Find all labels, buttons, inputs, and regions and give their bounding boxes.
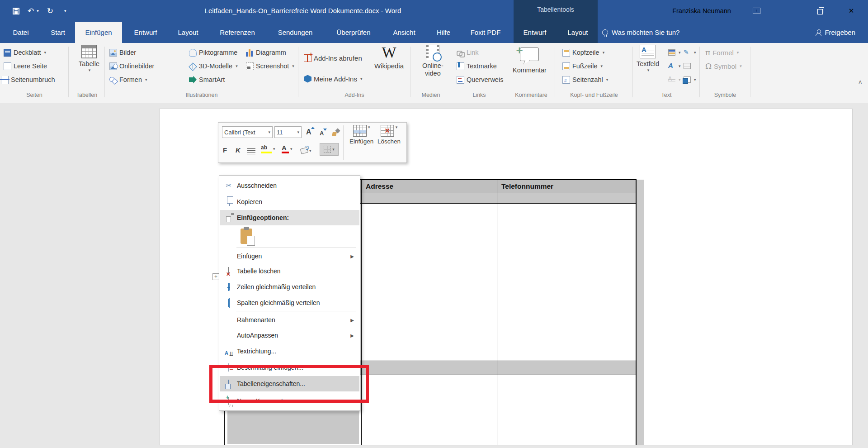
fusszeile-label: Fußzeile — [572, 62, 598, 70]
cover-page-icon — [4, 49, 11, 57]
objekt-button[interactable]: ▾ — [684, 74, 696, 86]
close-button[interactable]: ✕ — [841, 0, 862, 22]
bold-button[interactable]: F — [223, 143, 227, 156]
font-color-button[interactable]: A ▾ — [282, 143, 292, 155]
my-addins-icon — [304, 75, 311, 83]
tab-start[interactable]: Start — [43, 22, 72, 43]
borders-icon — [324, 146, 331, 153]
menu-item-kopieren[interactable]: Kopieren — [220, 194, 359, 210]
format-painter-button[interactable] — [332, 126, 340, 139]
menu-item-einfuegen[interactable]: Einfügen ▶ — [220, 249, 359, 263]
chevron-down-icon: ▾ — [309, 148, 311, 153]
group-links: Link Textmarke Querverweis Links — [451, 43, 507, 103]
modelle-button[interactable]: 3D-Modelle▾ — [189, 60, 238, 72]
user-account[interactable]: Franziska Neumann — [656, 0, 747, 22]
collapse-ribbon-icon[interactable]: ᴧ — [859, 78, 862, 85]
grow-font-button[interactable]: A — [306, 126, 311, 138]
meine-addins-button[interactable]: Meine Add-Ins▾ — [304, 73, 362, 85]
italic-button[interactable]: K — [236, 143, 241, 156]
tabelle-button[interactable]: Tabelle ▾ — [79, 45, 99, 72]
table-move-handle[interactable]: + — [212, 273, 219, 280]
insert-table-button[interactable]: ↓▾ Einfügen — [349, 125, 373, 145]
link-label: Link — [467, 49, 479, 56]
tab-hilfe[interactable]: Hilfe — [431, 22, 456, 43]
seitenumbruch-button[interactable]: Seitenumbruch — [1, 74, 55, 86]
menu-item-paste-option[interactable] — [220, 226, 359, 246]
mini-toolbar: Calibri (Text ▾ 11 ▾ A A F K ab ▾ A ▾ ▾ … — [218, 122, 407, 163]
deckblatt-button[interactable]: Deckblatt▾ — [4, 47, 46, 58]
table-border — [497, 179, 497, 445]
menu-item-tabelle-loeschen[interactable]: Tabelle löschen — [220, 263, 359, 279]
tab-ansicht[interactable]: Ansicht — [388, 22, 420, 43]
tab-referenzen[interactable]: Referenzen — [215, 22, 259, 43]
tell-me-box[interactable]: Was möchten Sie tun? — [602, 22, 679, 43]
undo-dropdown-icon[interactable]: ▾ — [37, 9, 39, 13]
tab-tabletools-entwurf[interactable]: Entwurf — [518, 22, 552, 43]
share-button[interactable]: Freigeben — [816, 22, 855, 43]
datum-uhrzeit-button[interactable] — [684, 60, 691, 72]
formen-button[interactable]: Formen▾ — [109, 74, 147, 86]
initiale-button[interactable]: ▾ — [668, 60, 681, 72]
kopfzeile-button[interactable]: Kopfzeile▾ — [562, 47, 604, 58]
shading-button[interactable]: ▾ — [301, 144, 311, 157]
tab-tabletools-layout[interactable]: Layout — [562, 22, 593, 43]
textmarke-button[interactable]: Textmarke — [457, 60, 497, 72]
save-icon[interactable] — [13, 8, 19, 14]
screenshot-button[interactable]: Screenshot▾ — [246, 60, 294, 72]
leere-seite-button[interactable]: Leere Seite — [4, 60, 47, 72]
seitenzahl-button[interactable]: Seitenzahl▾ — [562, 74, 608, 86]
menu-item-spalten-verteilen[interactable]: Spalten gleichmäßig verteilen — [220, 295, 359, 310]
menu-item-ausschneiden[interactable]: ✂ Ausschneiden — [220, 177, 359, 194]
chevron-down-icon: ▾ — [606, 77, 609, 82]
querverweis-button[interactable]: Querverweis — [457, 74, 503, 86]
wikipedia-button[interactable]: W Wikipedia — [374, 45, 404, 70]
ribbon-display-options-button[interactable] — [746, 0, 767, 22]
restore-button[interactable] — [810, 0, 831, 22]
bilder-button[interactable]: Bilder — [109, 47, 136, 58]
customize-qat-icon[interactable]: ▾ — [64, 9, 66, 13]
tab-datei[interactable]: Datei — [6, 22, 35, 43]
tab-layout[interactable]: Layout — [173, 22, 203, 43]
quickparts-button[interactable]: ▾ — [668, 47, 681, 58]
column-header-telefonnummer[interactable]: Telefonnummer — [501, 182, 553, 191]
tab-entwurf[interactable]: Entwurf — [128, 22, 163, 43]
align-lines-icon — [247, 148, 255, 155]
font-size-select[interactable]: 11 ▾ — [274, 126, 302, 138]
textfeld-button[interactable]: Textfeld ▾ — [637, 45, 659, 72]
smartart-button[interactable]: SmartArt — [189, 74, 225, 86]
menu-item-textrichtung[interactable]: Textrichtung... — [220, 343, 359, 359]
borders-button[interactable]: ▾ — [320, 143, 339, 156]
tab-einfuegen[interactable]: Einfügen — [75, 22, 122, 43]
chevron-down-icon: ▾ — [694, 77, 696, 82]
tab-ueberpruefen[interactable]: Überprüfen — [331, 22, 376, 43]
onlinebilder-button[interactable]: Onlinebilder — [109, 60, 154, 72]
table-border — [361, 179, 362, 445]
wordart-button[interactable]: ▾ — [684, 47, 696, 58]
kommentar-button[interactable]: Kommentar — [513, 45, 547, 74]
bold-label: F — [223, 147, 227, 153]
fusszeile-button[interactable]: Fußzeile▾ — [562, 60, 603, 72]
font-name-select[interactable]: Calibri (Text ▾ — [222, 126, 273, 138]
tab-sendungen[interactable]: Sendungen — [272, 22, 318, 43]
tab-foxit-pdf[interactable]: Foxit PDF — [466, 22, 505, 43]
scissors-icon: ✂ — [224, 181, 234, 190]
column-header-adresse[interactable]: Adresse — [366, 182, 393, 191]
minimize-button[interactable]: — — [778, 0, 799, 22]
undo-icon[interactable]: ↶ — [28, 6, 34, 16]
alignment-button[interactable] — [247, 145, 255, 158]
menu-item-autoanpassen[interactable]: AutoAnpassen ▶ — [220, 328, 359, 343]
restore-icon — [817, 9, 823, 14]
diagramm-button[interactable]: Diagramm — [246, 47, 286, 58]
addins-abrufen-button[interactable]: Add-Ins abrufen — [304, 52, 362, 64]
delete-table-button[interactable]: ✕▾ Löschen — [377, 125, 401, 145]
redo-icon[interactable]: ↻ — [47, 6, 53, 16]
chevron-down-icon: ▾ — [360, 76, 363, 81]
piktogramme-button[interactable]: Piktogramme — [189, 47, 237, 58]
menu-item-einfuegeoptionen[interactable]: Einfügeoptionen: — [220, 210, 359, 225]
onlinevideo-button[interactable]: Online- video — [422, 45, 443, 77]
shrink-font-button[interactable]: A — [320, 127, 324, 139]
menu-item-rahmenarten[interactable]: Rahmenarten ▶ — [220, 313, 359, 327]
menu-item-zeilen-verteilen[interactable]: Zeilen gleichmäßig verteilen — [220, 279, 359, 295]
table-selected-cell-block[interactable] — [227, 411, 359, 444]
highlight-button[interactable]: ab ▾ — [261, 143, 275, 155]
